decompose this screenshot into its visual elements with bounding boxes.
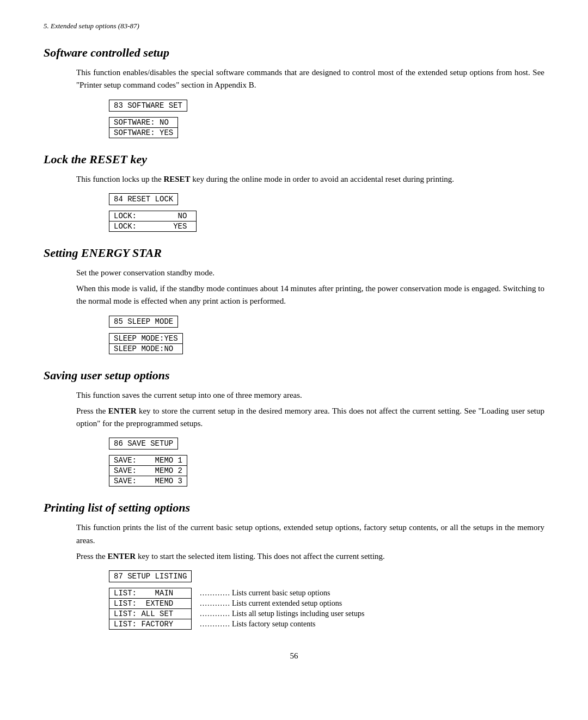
list-main-desc: ………… Lists current basic setup options [192, 588, 369, 599]
list-allset-desc: ………… Lists all setup listings including … [192, 609, 369, 619]
software-options-table: SOFTWARE: NO SOFTWARE: YES [109, 117, 178, 138]
list-main-code: LIST: MAIN [109, 588, 192, 599]
page-header: 5. Extended setup options (83-87) [44, 22, 544, 30]
save-memo2: SAVE: MEMO 2 [109, 466, 187, 476]
save-memo1: SAVE: MEMO 1 [109, 456, 187, 466]
list-extend-code: LIST: EXTEND [109, 599, 192, 609]
lock-option-no: LOCK: NO [109, 211, 197, 221]
list-factory-code: LIST: FACTORY [109, 619, 192, 630]
energy-star-para2: When this mode is valid, if the standby … [76, 282, 544, 308]
energy-star-para1: Set the power conservation standby mode. [76, 267, 544, 279]
software-option-no: SOFTWARE: NO [109, 117, 178, 127]
software-controlled-setup-para: This function enables/disables the speci… [76, 66, 544, 92]
lock-reset-main-code: 84 RESET LOCK [109, 193, 178, 205]
software-controlled-setup-title: Software controlled setup [44, 46, 544, 60]
printing-list-title: Printing list of setting options [44, 501, 544, 515]
printing-list-section: Printing list of setting options This fu… [44, 501, 544, 630]
save-memo3: SAVE: MEMO 3 [109, 476, 187, 487]
list-allset-code: LIST: ALL SET [109, 609, 192, 619]
software-main-code: 83 SOFTWARE SET [109, 100, 187, 112]
setup-listing-options-table: LIST: MAIN ………… Lists current basic setu… [109, 588, 369, 630]
lock-reset-key-para: This function locks up the RESET key dur… [76, 173, 544, 186]
save-setup-options-table: SAVE: MEMO 1 SAVE: MEMO 2 SAVE: MEMO 3 [109, 455, 187, 487]
list-extend-desc: ………… Lists current extended setup option… [192, 599, 369, 609]
software-controlled-setup-section: Software controlled setup This function … [44, 46, 544, 138]
list-factory-desc: ………… Lists factory setup contents [192, 619, 369, 630]
sleep-mode-main-code: 85 SLEEP MODE [109, 316, 178, 328]
setting-energy-star-section: Setting ENERGY STAR Set the power conser… [44, 246, 544, 354]
saving-user-setup-title: Saving user setup options [44, 368, 544, 383]
sleep-mode-yes: SLEEP MODE:YES [109, 333, 183, 343]
sleep-mode-options-table: SLEEP MODE:YES SLEEP MODE:NO [109, 333, 183, 354]
saving-user-setup-para1: This function saves the current setup in… [76, 389, 544, 402]
lock-reset-key-title: Lock the RESET key [44, 152, 544, 167]
setting-energy-star-title: Setting ENERGY STAR [44, 246, 544, 260]
software-option-yes: SOFTWARE: YES [109, 127, 178, 138]
saving-user-setup-para2: Press the ENTER key to store the current… [76, 405, 544, 430]
lock-reset-key-section: Lock the RESET key This function locks u… [44, 152, 544, 232]
save-setup-main-code: 86 SAVE SETUP [109, 438, 178, 450]
page-number: 56 [44, 651, 544, 661]
saving-user-setup-section: Saving user setup options This function … [44, 368, 544, 487]
lock-option-yes: LOCK: YES [109, 221, 197, 231]
printing-list-para1: This function prints the list of the cur… [76, 521, 544, 547]
setup-listing-main-code: 87 SETUP LISTING [109, 570, 192, 582]
lock-reset-options-table: LOCK: NO LOCK: YES [109, 211, 197, 232]
sleep-mode-no: SLEEP MODE:NO [109, 343, 183, 354]
printing-list-para2: Press the ENTER key to start the selecte… [76, 550, 544, 563]
